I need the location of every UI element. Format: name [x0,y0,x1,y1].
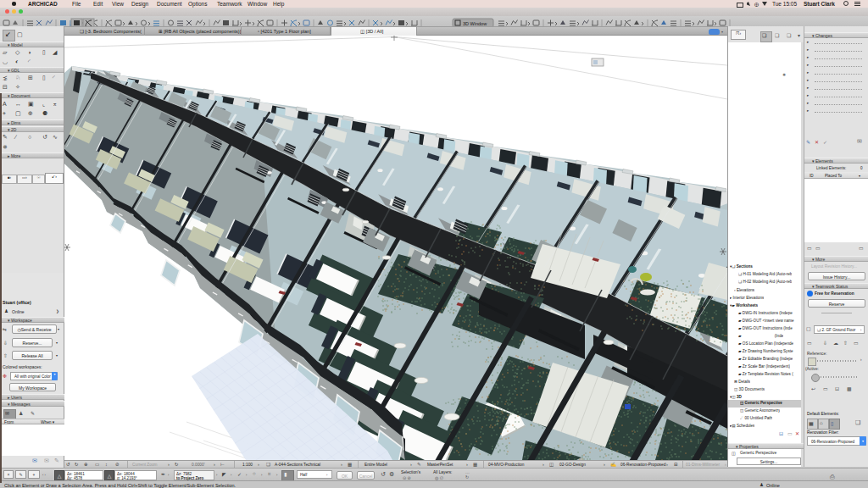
svg-text:3D Window: 3D Window [463,21,487,26]
